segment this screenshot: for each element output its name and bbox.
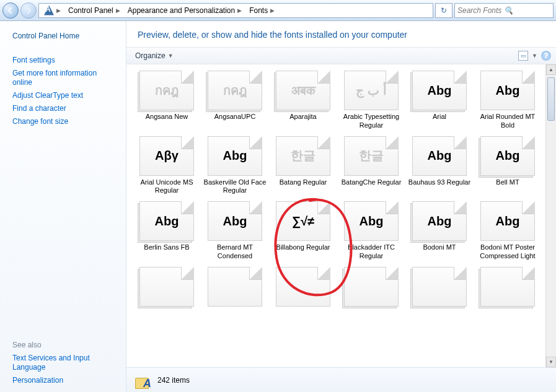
font-thumbnail: अबक <box>276 71 330 110</box>
font-item[interactable]: AbgBauhaus 93 Regular <box>407 134 472 198</box>
page-title: Preview, delete, or show and hide the fo… <box>126 21 556 47</box>
font-item[interactable] <box>338 264 404 311</box>
font-item[interactable]: अबकAparajita <box>270 68 336 133</box>
font-item[interactable]: AbgBerlin Sans FB <box>134 199 200 263</box>
sidebar-link-font-settings[interactable]: Font settings <box>12 54 118 67</box>
breadcrumb-appearance[interactable]: Appearance and Personalization ▶ <box>124 5 245 16</box>
font-name: Arial Unicode MS Regular <box>135 178 199 196</box>
font-thumbnail <box>208 267 262 307</box>
font-thumbnail: Abg <box>139 201 194 241</box>
font-name: Aparajita <box>289 113 316 121</box>
help-button[interactable]: ? <box>541 51 551 61</box>
font-name: Angsana New <box>146 113 188 121</box>
font-grid: กคฎAngsana NewกคฎAngsanaUPCअबकAparajitaأ… <box>126 64 556 315</box>
scrollbar[interactable]: ▲ ▼ <box>545 64 556 367</box>
font-name: Bodoni MT Poster Compressed Light <box>475 243 540 261</box>
font-item[interactable]: ΑβγArial Unicode MS Regular <box>134 134 200 198</box>
main-panel: Preview, delete, or show and hide the fo… <box>126 21 556 392</box>
font-thumbnail: 한글 <box>276 136 330 176</box>
font-thumbnail: ∑√≠ <box>276 201 330 241</box>
font-item[interactable]: กคฎAngsanaUPC <box>202 68 268 133</box>
search-placeholder: Search Fonts <box>457 6 504 15</box>
font-thumbnail <box>412 267 467 307</box>
font-thumbnail: Abg <box>208 201 262 241</box>
font-thumbnail: Αβγ <box>139 136 194 176</box>
font-name: Arial <box>433 113 446 121</box>
font-thumbnail: กคฎ <box>208 71 262 110</box>
sidebar-home-link[interactable]: Control Panel Home <box>12 30 118 43</box>
font-item[interactable]: AbgBlackadder ITC Regular <box>338 199 404 263</box>
font-thumbnail <box>276 267 330 307</box>
status-count: 242 items <box>157 376 190 385</box>
font-name: Blackadder ITC Regular <box>339 243 404 261</box>
font-item[interactable] <box>475 264 541 311</box>
nav-back-button[interactable] <box>2 2 19 19</box>
font-thumbnail: Abg <box>480 136 535 176</box>
scroll-track[interactable] <box>546 75 556 357</box>
font-item[interactable]: 한글Batang Regular <box>270 134 336 198</box>
font-item[interactable] <box>270 264 336 311</box>
font-thumbnail: Abg <box>344 201 399 241</box>
seealso-personalization[interactable]: Personalization <box>12 374 118 387</box>
arrow-right-icon <box>24 6 33 15</box>
font-thumbnail <box>344 267 399 307</box>
scroll-down-button[interactable]: ▼ <box>546 357 556 367</box>
font-thumbnail: 한글 <box>344 136 399 176</box>
address-bar: ▶ Control Panel ▶ Appearance and Persona… <box>0 0 556 21</box>
breadcrumb-icon[interactable]: ▶ <box>40 4 64 17</box>
font-item[interactable]: AbgBaskerville Old Face Regular <box>202 134 268 198</box>
font-item[interactable]: AbgBernard MT Condensed <box>202 199 268 263</box>
font-name: AngsanaUPC <box>214 113 256 121</box>
font-item[interactable]: กคฎAngsana New <box>134 68 200 133</box>
font-thumbnail: Abg <box>412 71 467 110</box>
font-name: Arabic Typesetting Regular <box>339 113 404 130</box>
font-name: Batang Regular <box>280 178 327 187</box>
search-input[interactable]: Search Fonts 🔍 <box>454 3 554 18</box>
font-item[interactable]: AbgArial Rounded MT Bold <box>475 68 541 133</box>
font-name: Bauhaus 93 Regular <box>408 178 470 187</box>
font-item[interactable]: AbgBell MT <box>475 134 541 198</box>
fonts-folder-icon <box>44 6 54 15</box>
scroll-thumb[interactable] <box>547 77 555 121</box>
organize-button[interactable]: Organize▼ <box>131 50 177 61</box>
view-icon: ▭ <box>521 53 526 59</box>
view-options-button[interactable]: ▭ <box>518 51 528 61</box>
status-bar: 242 items <box>126 367 556 392</box>
sidebar: Control Panel Home Font settings Get mor… <box>0 21 126 392</box>
font-thumbnail <box>480 267 535 307</box>
font-item[interactable]: AbgBodoni MT <box>407 199 472 263</box>
seealso-text-services[interactable]: Text Services and Input Language <box>12 352 118 374</box>
refresh-button[interactable]: ↻ <box>435 3 452 18</box>
breadcrumb-fonts[interactable]: Fonts ▶ <box>245 5 278 16</box>
arrow-left-icon <box>6 6 15 15</box>
nav-forward-button[interactable] <box>20 2 37 19</box>
font-item[interactable] <box>134 264 200 311</box>
toolbar: Organize▼ ▭ ▼ ? <box>126 47 556 64</box>
font-thumbnail: Abg <box>480 201 535 241</box>
breadcrumb[interactable]: ▶ Control Panel ▶ Appearance and Persona… <box>38 3 433 18</box>
see-also-label: See also <box>12 341 118 349</box>
breadcrumb-control-panel[interactable]: Control Panel ▶ <box>64 5 124 16</box>
font-item[interactable]: ∑√≠Billabong Regular <box>270 199 336 263</box>
font-thumbnail: Abg <box>412 201 467 241</box>
font-thumbnail: أ ب ج <box>344 71 399 110</box>
sidebar-link-cleartype[interactable]: Adjust ClearType text <box>12 89 118 102</box>
font-thumbnail: Abg <box>412 136 467 176</box>
search-icon: 🔍 <box>504 6 550 15</box>
font-item[interactable]: AbgBodoni MT Poster Compressed Light <box>475 199 541 263</box>
font-item[interactable] <box>202 264 268 311</box>
sidebar-link-more-info[interactable]: Get more font information online <box>12 67 118 89</box>
font-item[interactable]: 한글BatangChe Regular <box>338 134 404 198</box>
font-item[interactable]: AbgArial <box>407 68 472 133</box>
font-name: Arial Rounded MT Bold <box>475 113 540 130</box>
fonts-icon <box>134 372 151 389</box>
font-thumbnail: Abg <box>480 71 535 110</box>
font-item[interactable]: أ ب جArabic Typesetting Regular <box>338 68 404 133</box>
font-name: Billabong Regular <box>276 243 330 252</box>
sidebar-link-font-size[interactable]: Change font size <box>12 115 118 128</box>
font-item[interactable] <box>407 264 472 311</box>
see-also-section: See also Text Services and Input Languag… <box>12 341 118 387</box>
dropdown-icon[interactable]: ▼ <box>532 53 537 59</box>
scroll-up-button[interactable]: ▲ <box>546 64 556 75</box>
sidebar-link-find-char[interactable]: Find a character <box>12 102 118 115</box>
